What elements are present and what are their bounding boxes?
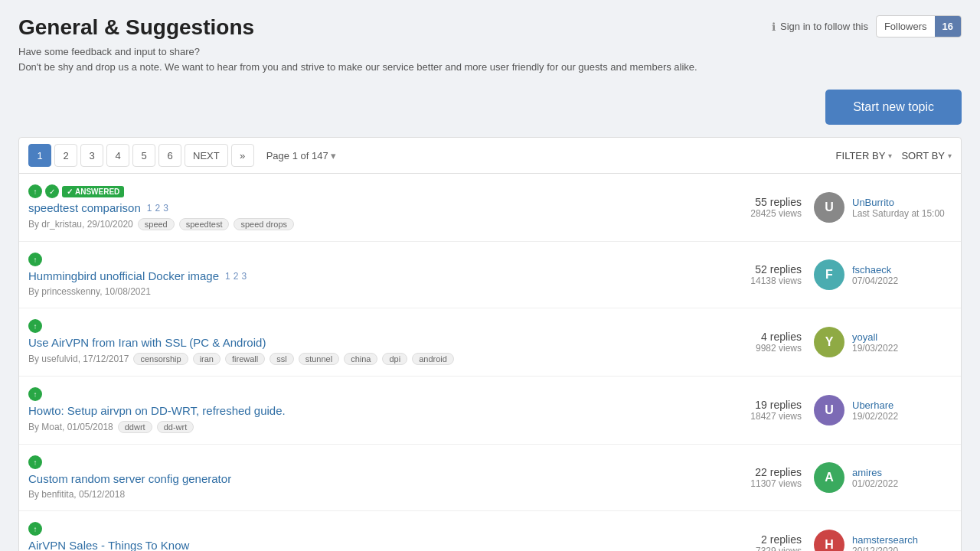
topic-tag[interactable]: ssl [270,353,293,365]
avatar[interactable]: U [814,192,844,223]
topic-tag[interactable]: speed [138,218,175,230]
topic-meta: By Moat, 01/05/2018ddwrtdd-wrt [28,421,713,433]
topic-author: By dr_kristau, 29/10/2020 [28,219,133,230]
pagination-left: 1 2 3 4 5 6 NEXT » Page 1 of 147 ▾ [28,144,336,167]
topic-title-row: Use AirVPN from Iran with SSL (PC & Andr… [28,336,713,349]
topic-title-row: Hummingbird unofficial Docker image123 [28,269,713,282]
topic-views: 14138 views [725,276,802,286]
topic-tag[interactable]: dpi [382,353,407,365]
topic-tag[interactable]: ddwrt [118,421,152,433]
topic-page-link[interactable]: 3 [163,203,168,214]
topic-meta: By benfitita, 05/12/2018 [28,489,713,500]
last-page-button[interactable]: » [231,144,254,167]
topic-title[interactable]: speedtest comparison [28,201,141,214]
topic-replies: 52 replies [725,263,802,276]
topic-page-link[interactable]: 1 [147,203,152,214]
topic-title-row: AirVPN Sales - Things To Know [28,539,713,551]
header-section: General & Suggestions Have some feedback… [18,15,962,74]
last-reply-username[interactable]: hamstersearch [852,534,918,546]
topic-last-reply: Aamires01/02/2022 [814,462,952,493]
topic-row: ↑✓✓ ANSWEREDspeedtest comparison123By dr… [19,174,961,242]
topic-row: ↑Howto: Setup airvpn on DD-WRT, refreshe… [19,377,961,445]
filter-caret: ▾ [888,152,892,160]
next-button[interactable]: NEXT [185,144,228,167]
avatar[interactable]: F [814,259,844,290]
last-reply-username[interactable]: fschaeck [852,264,898,276]
topic-page-link[interactable]: 1 [225,271,230,282]
start-new-topic-button[interactable]: Start new topic [825,90,962,125]
sign-in-follow[interactable]: ℹ Sign in to follow this [772,21,868,33]
filter-by-button[interactable]: FILTER BY ▾ [836,150,893,161]
topic-last-reply: UUnBurritoLast Saturday at 15:00 [814,192,952,223]
topic-views: 11307 views [725,478,802,489]
topic-tag[interactable]: firewall [225,353,265,365]
last-reply-username[interactable]: Uberhare [852,399,898,411]
topic-stats: 2 replies7329 views [725,533,802,551]
topic-status-icon: ↑ [28,319,42,333]
page-btn-1[interactable]: 1 [28,144,51,167]
sort-by-button[interactable]: SORT BY ▾ [901,150,952,161]
topic-page-link[interactable]: 2 [155,203,160,214]
topics-list: ↑✓✓ ANSWEREDspeedtest comparison123By dr… [18,174,962,551]
topic-last-reply: UUberhare19/02/2022 [814,395,952,425]
topic-row: ↑Custom random server config generatorBy… [19,445,961,511]
topic-views: 7329 views [725,546,802,551]
topic-status-icon: ↑ [28,387,42,401]
topic-page-link[interactable]: 2 [234,271,239,282]
topic-last-reply: Hhamstersearch20/12/2020 [814,530,952,551]
topic-left: ↑Use AirVPN from Iran with SSL (PC & And… [28,319,713,365]
avatar[interactable]: H [814,530,844,551]
topic-tag[interactable]: android [412,353,454,365]
topic-views: 9982 views [725,343,802,354]
topic-author: By usefulvid, 17/12/2017 [28,354,129,364]
page-info: Page 1 of 147 ▾ [266,150,337,161]
topic-status-icon: ↑ [28,455,42,469]
page-subtitle2: Don't be shy and drop us a note. We want… [18,60,697,75]
pagination-right: FILTER BY ▾ SORT BY ▾ [836,150,952,161]
topic-replies: 19 replies [725,399,802,411]
last-reply-username[interactable]: yoyall [852,331,898,343]
topic-title[interactable]: Hummingbird unofficial Docker image [28,269,219,282]
topic-title[interactable]: Custom random server config generator [28,472,231,485]
page-btn-4[interactable]: 4 [106,144,129,167]
topic-tag[interactable]: china [344,353,377,365]
topic-stats: 52 replies14138 views [725,263,802,286]
topic-status-icon: ↑ [28,522,42,536]
last-reply-date: 01/02/2022 [852,478,898,489]
topic-title[interactable]: Howto: Setup airvpn on DD-WRT, refreshed… [28,404,286,417]
last-reply-username[interactable]: UnBurrito [852,197,945,208]
topic-icons: ↑ [28,387,713,401]
page-btn-3[interactable]: 3 [80,144,103,167]
page-btn-5[interactable]: 5 [132,144,155,167]
topic-tag[interactable]: stunnel [299,353,339,365]
avatar[interactable]: A [814,462,844,493]
topic-left: ↑AirVPN Sales - Things To KnowBy LZ1, 24… [28,522,713,551]
topic-stats: 19 replies18427 views [725,399,802,422]
topic-views: 28425 views [725,208,802,219]
last-reply-info: amires01/02/2022 [852,467,898,489]
topic-left: ↑✓✓ ANSWEREDspeedtest comparison123By dr… [28,184,713,230]
topic-tag[interactable]: dd-wrt [157,421,194,433]
topic-title[interactable]: Use AirVPN from Iran with SSL (PC & Andr… [28,336,266,349]
avatar[interactable]: Y [814,327,844,357]
topic-views: 18427 views [725,411,802,422]
topic-tag[interactable]: censorship [133,353,188,365]
pagination-bar: 1 2 3 4 5 6 NEXT » Page 1 of 147 ▾ FILTE… [18,137,962,174]
topic-stats: 4 replies9982 views [725,331,802,354]
topic-meta: By princesskenny, 10/08/2021 [28,286,713,297]
sort-caret: ▾ [948,152,952,160]
avatar[interactable]: U [814,395,844,425]
topic-icons: ↑ [28,455,713,469]
topic-status-icon: ↑ [28,184,42,198]
last-reply-info: yoyall19/03/2022 [852,331,898,354]
topic-tag[interactable]: speedtest [179,218,230,230]
topic-page-links: 123 [147,203,168,214]
topic-tag[interactable]: iran [193,353,220,365]
topic-title[interactable]: AirVPN Sales - Things To Know [28,539,189,551]
page-btn-2[interactable]: 2 [54,144,77,167]
topic-page-link[interactable]: 3 [241,271,247,282]
header-left: General & Suggestions Have some feedback… [18,15,697,74]
topic-tag[interactable]: speed drops [234,218,294,230]
last-reply-username[interactable]: amires [852,467,898,478]
page-btn-6[interactable]: 6 [158,144,181,167]
